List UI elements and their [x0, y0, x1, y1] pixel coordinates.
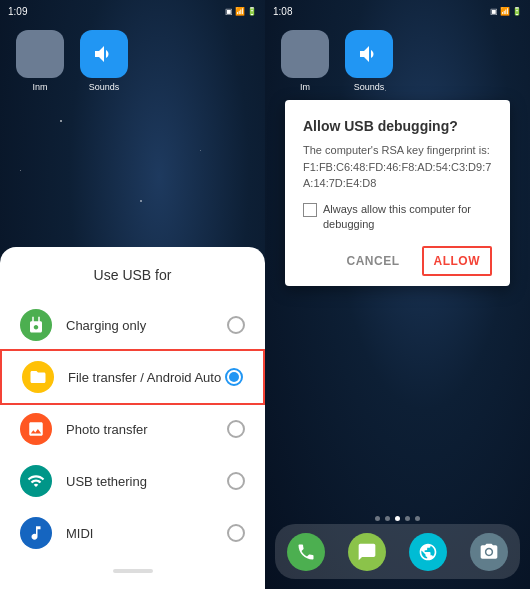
allow-button[interactable]: ALLOW	[422, 246, 493, 276]
usb-option-photo[interactable]: Photo transfer	[0, 403, 265, 455]
left-app-icons: Inm Sounds	[0, 30, 265, 92]
charging-label: Charging only	[66, 318, 227, 333]
app-inm-label: Inm	[32, 82, 47, 92]
dialog-body: The computer's RSA key fingerprint is: F…	[303, 142, 492, 192]
use-usb-sheet: Use USB for Charging only File transfer …	[0, 247, 265, 589]
app-sounds-icon[interactable]	[80, 30, 128, 78]
dot-3	[395, 516, 400, 521]
left-phone: 1:09 ▣ 📶 🔋 Inm Sounds Use USB for Chargi…	[0, 0, 265, 589]
midi-radio[interactable]	[227, 524, 245, 542]
star	[20, 170, 21, 171]
dot-1	[375, 516, 380, 521]
midi-icon	[20, 517, 52, 549]
tethering-label: USB tethering	[66, 474, 227, 489]
file-transfer-radio[interactable]	[225, 368, 243, 386]
r-app-sounds-label: Sounds	[354, 82, 385, 92]
photo-icon	[20, 413, 52, 445]
dot-5	[415, 516, 420, 521]
usb-option-file-transfer[interactable]: File transfer / Android Auto	[0, 349, 265, 405]
right-status-bar: 1:08 ▣ 📶 🔋	[265, 0, 530, 22]
left-status-bar: 1:09 ▣ 📶 🔋	[0, 0, 265, 22]
usb-option-midi[interactable]: MIDI	[0, 507, 265, 559]
r-wifi-icon: 📶	[500, 7, 510, 16]
battery-icon: 🔋	[247, 7, 257, 16]
star	[140, 200, 142, 202]
usb-option-charging[interactable]: Charging only	[0, 299, 265, 351]
tethering-icon	[20, 465, 52, 497]
dot-4	[405, 516, 410, 521]
usb-option-tethering[interactable]: USB tethering	[0, 455, 265, 507]
star	[200, 150, 201, 151]
file-transfer-icon	[22, 361, 54, 393]
dock-messages-icon[interactable]	[348, 533, 386, 571]
wifi-icon: 📶	[235, 7, 245, 16]
dot-2	[385, 516, 390, 521]
photo-label: Photo transfer	[66, 422, 227, 437]
bottom-dock	[275, 524, 520, 579]
star	[60, 120, 62, 122]
usb-debug-dialog: Allow USB debugging? The computer's RSA …	[285, 100, 510, 286]
dock-phone-icon[interactable]	[287, 533, 325, 571]
file-transfer-label: File transfer / Android Auto	[68, 370, 225, 385]
r-app-sounds-icon[interactable]	[345, 30, 393, 78]
sheet-title: Use USB for	[0, 267, 265, 283]
sheet-handle	[113, 569, 153, 573]
dialog-title: Allow USB debugging?	[303, 118, 492, 134]
left-app-1[interactable]: Inm	[16, 30, 64, 92]
right-app-icons: Im Sounds	[265, 30, 530, 92]
signal-icon: ▣	[225, 7, 233, 16]
dialog-body-line2: is:	[479, 144, 490, 156]
charging-icon	[20, 309, 52, 341]
cancel-button[interactable]: CANCEL	[337, 248, 410, 274]
left-status-icons: ▣ 📶 🔋	[225, 7, 257, 16]
midi-label: MIDI	[66, 526, 227, 541]
radio-dot	[229, 372, 239, 382]
r-battery-icon: 🔋	[512, 7, 522, 16]
app-sounds-label: Sounds	[89, 82, 120, 92]
right-status-icons: ▣ 📶 🔋	[490, 7, 522, 16]
always-allow-checkbox[interactable]	[303, 203, 317, 217]
charging-radio[interactable]	[227, 316, 245, 334]
tethering-radio[interactable]	[227, 472, 245, 490]
always-allow-label: Always allow this computer for debugging	[323, 202, 492, 233]
right-app-2[interactable]: Sounds	[345, 30, 393, 92]
left-time: 1:09	[8, 6, 27, 17]
photo-radio[interactable]	[227, 420, 245, 438]
dialog-buttons: CANCEL ALLOW	[303, 246, 492, 276]
left-app-2[interactable]: Sounds	[80, 30, 128, 92]
right-time: 1:08	[273, 6, 292, 17]
right-app-1[interactable]: Im	[281, 30, 329, 92]
dock-browser-icon[interactable]	[409, 533, 447, 571]
dialog-body-line1: The computer's RSA key fingerprint	[303, 144, 476, 156]
dock-camera-icon[interactable]	[470, 533, 508, 571]
dialog-checkbox-row: Always allow this computer for debugging	[303, 202, 492, 233]
dialog-fingerprint: F1:FB:C6:48:FD:46:F8:AD:54:C3:D9:7A:14:7…	[303, 161, 491, 190]
r-signal-icon: ▣	[490, 7, 498, 16]
right-phone: 1:08 ▣ 📶 🔋 Im Sounds Allow USB debugging…	[265, 0, 530, 589]
app-inm-icon[interactable]	[16, 30, 64, 78]
nav-dots	[265, 516, 530, 521]
r-app-im-icon[interactable]	[281, 30, 329, 78]
r-app-im-label: Im	[300, 82, 310, 92]
